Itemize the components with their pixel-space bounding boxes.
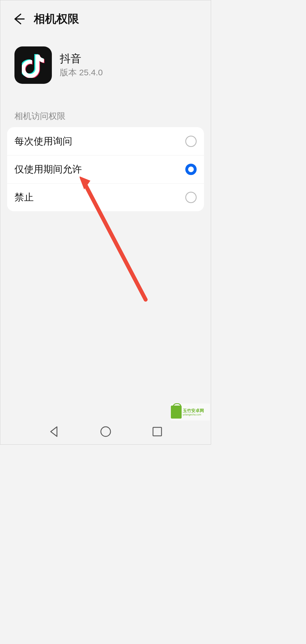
watermark-text: 玉竹安卓网 (183, 408, 204, 413)
option-label: 每次使用询问 (14, 135, 72, 148)
option-while-using[interactable]: 仅使用期间允许 (7, 155, 204, 183)
nav-back-icon[interactable] (48, 426, 60, 438)
watermark-url: yzlangecha.com (183, 413, 204, 416)
nav-home-icon[interactable] (100, 426, 112, 438)
svg-point-2 (101, 427, 110, 436)
radio-icon (185, 192, 197, 203)
option-label: 禁止 (14, 191, 34, 204)
back-arrow-icon[interactable] (12, 12, 25, 25)
nav-recent-icon[interactable] (151, 426, 163, 438)
option-label: 仅使用期间允许 (14, 163, 82, 176)
svg-rect-3 (153, 427, 162, 436)
douyin-app-icon (14, 46, 52, 84)
page-title: 相机权限 (34, 11, 79, 27)
watermark-logo: 玉竹安卓网 yzlangecha.com (170, 404, 210, 421)
app-info: 抖音 版本 25.4.0 (0, 35, 211, 89)
system-nav-bar (0, 419, 211, 444)
option-ask-every-time[interactable]: 每次使用询问 (7, 127, 204, 155)
app-name: 抖音 (60, 52, 103, 66)
app-version: 版本 25.4.0 (60, 67, 103, 78)
option-deny[interactable]: 禁止 (7, 183, 204, 211)
permission-options-card: 每次使用询问 仅使用期间允许 禁止 (7, 127, 204, 211)
radio-selected-icon (185, 164, 197, 175)
radio-icon (185, 136, 197, 147)
section-label: 相机访问权限 (0, 89, 211, 127)
